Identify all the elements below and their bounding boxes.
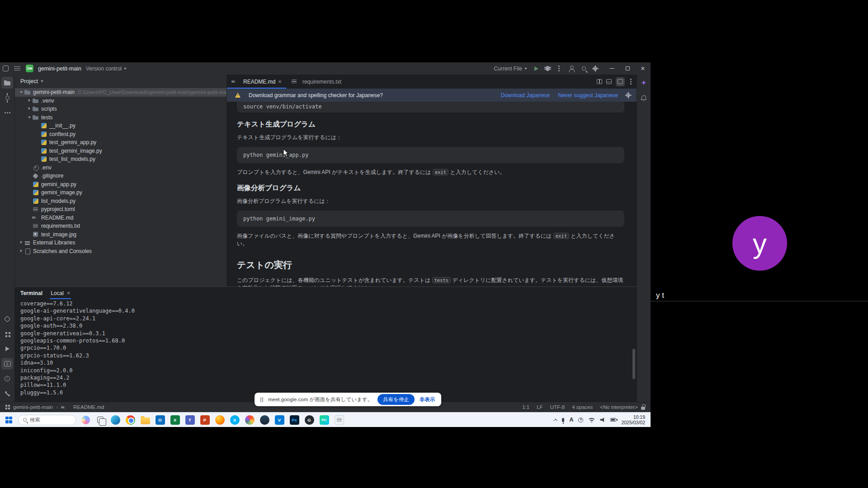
terminal-output[interactable]: coverage==7.6.12google-ai-generativelang… — [15, 299, 637, 402]
tree-expand-arrow[interactable] — [28, 107, 32, 111]
tray-overflow-icon[interactable] — [554, 418, 557, 422]
tree-expand-arrow[interactable] — [28, 207, 32, 211]
tree-expand-arrow[interactable] — [28, 216, 32, 220]
run-toolwindow-button[interactable] — [1, 343, 13, 355]
project-tree-row[interactable]: gemini_image.py — [15, 188, 226, 197]
main-menu-icon[interactable] — [14, 68, 20, 69]
taskbar-app[interactable]: G — [304, 414, 315, 425]
python-packages-button[interactable] — [1, 313, 13, 325]
terminal-scrollbar[interactable] — [632, 349, 635, 379]
project-badge[interactable]: GM — [26, 65, 33, 72]
status-item[interactable]: 1:1 — [522, 404, 529, 410]
start-button[interactable] — [5, 417, 12, 423]
taskbar-app[interactable] — [140, 414, 151, 425]
tab-requirements[interactable]: requirements.txt — [286, 75, 346, 89]
terminal-toolwindow-button[interactable] — [1, 358, 13, 370]
status-item[interactable]: <No interpreter> — [600, 404, 638, 410]
split-editor-icon[interactable] — [597, 79, 602, 84]
settings-gear-icon[interactable] — [593, 66, 597, 70]
tree-expand-arrow[interactable] — [36, 124, 40, 127]
taskbar-clock[interactable]: 10:19 2025/03/02 — [621, 414, 645, 426]
run-config-widget[interactable]: Current File — [494, 66, 527, 72]
taskbar-app[interactable] — [334, 414, 344, 425]
tab-readme[interactable]: README.md — [227, 75, 286, 89]
project-tree-row[interactable]: test_gemini_app.py — [15, 138, 226, 147]
never-suggest-link[interactable]: Never suggest Japanese — [558, 92, 618, 99]
taskbar-app[interactable]: O — [155, 414, 165, 425]
tree-expand-arrow[interactable] — [28, 199, 32, 203]
tree-expand-arrow[interactable] — [28, 191, 32, 194]
breadcrumb-project[interactable]: gemini-petit-main — [13, 404, 53, 410]
download-japanese-link[interactable]: Download Japanese — [501, 92, 550, 99]
tree-expand-arrow[interactable] — [19, 241, 24, 244]
stop-share-button[interactable]: 共有を停止 — [377, 394, 415, 405]
project-tree-row[interactable]: gemini-petit-main C:\Users\PC_User\Downl… — [15, 88, 226, 97]
taskbar-app[interactable]: Ps — [289, 414, 300, 425]
tree-expand-arrow[interactable] — [36, 157, 40, 161]
tree-expand-arrow[interactable] — [36, 149, 40, 153]
close-terminal-tab-icon[interactable] — [67, 290, 71, 296]
status-item[interactable]: LF — [537, 404, 542, 410]
tree-expand-arrow[interactable] — [28, 166, 32, 169]
tree-expand-arrow[interactable] — [28, 233, 32, 236]
project-tree-row[interactable]: scripts — [15, 105, 226, 113]
lock-icon[interactable] — [641, 407, 645, 410]
tree-expand-arrow[interactable] — [28, 174, 32, 178]
close-button[interactable] — [635, 62, 651, 75]
problems-toolwindow-button[interactable] — [1, 373, 13, 385]
maximize-button[interactable] — [620, 62, 635, 75]
wifi-icon[interactable] — [588, 417, 595, 423]
taskbar-app[interactable] — [244, 414, 255, 425]
tree-expand-arrow[interactable] — [28, 183, 32, 186]
breadcrumb-file[interactable]: README.md — [73, 404, 104, 410]
task-view-button[interactable] — [95, 414, 106, 425]
project-tree-row[interactable]: .env — [15, 164, 226, 172]
tree-expand-arrow[interactable] — [19, 90, 24, 94]
taskbar-search[interactable]: 検索 — [18, 415, 76, 425]
version-control-button[interactable] — [1, 388, 13, 399]
microphone-icon[interactable] — [562, 418, 564, 422]
project-tree-row[interactable]: conftest.py — [15, 130, 226, 139]
project-tree-row[interactable]: test_gemini_image.py — [15, 147, 226, 155]
ime-indicator[interactable]: A — [569, 417, 573, 423]
tree-expand-arrow[interactable] — [28, 99, 32, 103]
markdown-preview[interactable]: source venv/bin/activateテキスト生成プログラムテキスト生… — [227, 102, 637, 286]
taskbar-app[interactable] — [214, 414, 225, 425]
debug-button[interactable] — [546, 66, 550, 71]
banner-settings-gear-icon[interactable] — [626, 93, 630, 97]
project-tree-row[interactable]: .gitignore — [15, 172, 226, 180]
editor-more-icon[interactable] — [630, 81, 632, 82]
taskbar-app[interactable]: S — [229, 414, 240, 425]
project-tree-row[interactable]: __init__.py — [15, 122, 226, 130]
copilot-button[interactable] — [80, 414, 91, 425]
tree-expand-arrow[interactable] — [19, 249, 24, 253]
project-tree-row[interactable]: pyproject.toml — [15, 205, 226, 214]
taskbar-app[interactable]: V — [274, 414, 285, 425]
run-button[interactable] — [534, 66, 538, 71]
tree-expand-arrow[interactable] — [28, 116, 32, 119]
toolwindow-grid-icon[interactable] — [5, 405, 7, 407]
commit-toolwindow-button[interactable] — [1, 92, 13, 103]
tree-expand-arrow[interactable] — [28, 224, 32, 228]
more-tool-windows-button[interactable] — [1, 107, 13, 118]
ai-assistant-button[interactable] — [638, 77, 650, 89]
tree-expand-arrow[interactable] — [36, 141, 40, 144]
taskbar-app[interactable] — [110, 414, 121, 425]
taskbar-app[interactable]: X — [170, 414, 180, 425]
more-actions-icon[interactable] — [558, 68, 560, 69]
notifications-button[interactable] — [638, 92, 650, 103]
editor-layout-button[interactable] — [616, 77, 625, 86]
vcs-widget[interactable]: Version control — [86, 66, 127, 72]
taskbar-app[interactable] — [125, 414, 136, 425]
taskbar-app[interactable]: P — [199, 414, 210, 425]
close-tab-icon[interactable] — [278, 78, 282, 85]
hide-button[interactable]: 非表示 — [420, 396, 435, 403]
project-tree-row[interactable]: README.md — [15, 214, 226, 222]
project-tree-row[interactable]: test_list_models.py — [15, 155, 226, 164]
tree-expand-arrow[interactable] — [36, 132, 40, 136]
project-tree-row[interactable]: External Libraries — [15, 239, 226, 247]
taskbar-app[interactable]: T — [184, 414, 195, 425]
services-button[interactable] — [1, 328, 13, 340]
status-item[interactable]: UTF-8 — [550, 404, 565, 410]
taskbar-app[interactable]: PC — [319, 414, 330, 425]
